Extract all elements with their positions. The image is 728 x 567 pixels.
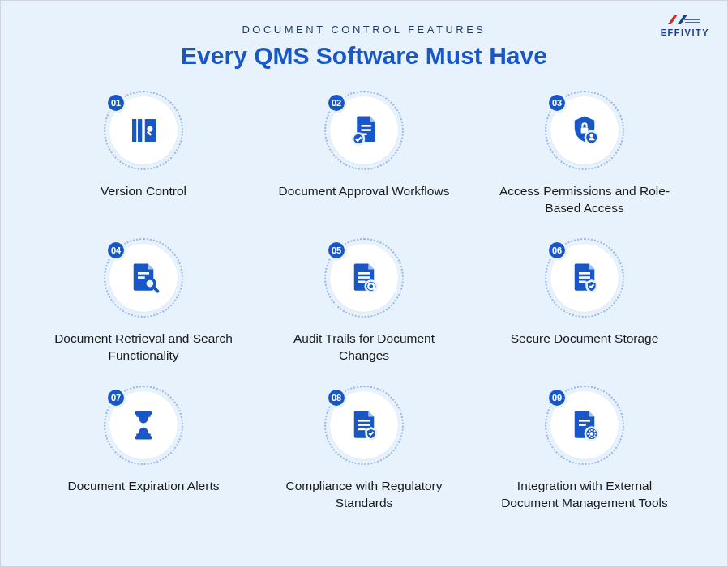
feature-icon-wrap: 04 bbox=[104, 238, 183, 318]
brand-name: EFFIVITY bbox=[661, 28, 709, 37]
svg-rect-25 bbox=[579, 424, 586, 426]
svg-rect-22 bbox=[358, 424, 370, 426]
feature-icon-wrap: 03 bbox=[545, 91, 624, 170]
feature-card: 08 Compliance with Regulatory Standards bbox=[263, 386, 465, 512]
feature-card: 03 Access Permissions and Role-Based Acc… bbox=[484, 91, 685, 217]
feature-label: Document Retrieval and Search Functional… bbox=[50, 330, 237, 364]
document-search-icon bbox=[126, 261, 161, 295]
feature-number-badge: 08 bbox=[326, 387, 347, 408]
feature-label: Document Expiration Alerts bbox=[68, 478, 220, 495]
svg-point-7 bbox=[589, 134, 593, 138]
svg-point-27 bbox=[589, 432, 593, 436]
access-permissions-icon bbox=[567, 113, 602, 147]
page-title: Every QMS Software Must Have bbox=[1, 42, 727, 70]
feature-label: Audit Trails for Document Changes bbox=[271, 330, 457, 364]
feature-label: Secure Document Storage bbox=[511, 330, 659, 347]
svg-rect-2 bbox=[362, 129, 371, 131]
expiration-alerts-icon bbox=[126, 408, 161, 442]
audit-trails-icon bbox=[347, 261, 381, 295]
feature-number-badge: 07 bbox=[105, 387, 126, 408]
compliance-icon bbox=[347, 408, 381, 442]
svg-rect-1 bbox=[362, 125, 371, 127]
feature-icon-wrap: 09 bbox=[545, 386, 624, 465]
feature-icon-wrap: 07 bbox=[104, 386, 183, 465]
feature-icon-wrap: 02 bbox=[324, 91, 404, 170]
logo-mark bbox=[666, 12, 704, 27]
page-header: DOCUMENT CONTROL FEATURES Every QMS Soft… bbox=[1, 1, 727, 70]
svg-rect-20 bbox=[135, 436, 152, 439]
brand-logo: EFFIVITY bbox=[661, 12, 709, 37]
svg-rect-24 bbox=[579, 420, 590, 422]
svg-rect-9 bbox=[138, 276, 145, 279]
secure-storage-icon bbox=[567, 261, 602, 295]
feature-card: 06 Secure Document Storage bbox=[484, 238, 685, 364]
integration-icon bbox=[567, 408, 602, 442]
svg-rect-12 bbox=[358, 276, 370, 279]
feature-card: 09 Integration with External Document Ma… bbox=[484, 386, 685, 512]
feature-icon-wrap: 05 bbox=[324, 238, 404, 318]
version-control-icon bbox=[126, 113, 161, 147]
feature-number-badge: 05 bbox=[326, 240, 347, 261]
svg-point-0 bbox=[148, 128, 152, 131]
feature-card: 01 Version Control bbox=[43, 91, 244, 217]
feature-icon-wrap: 06 bbox=[545, 238, 624, 318]
svg-rect-21 bbox=[358, 420, 370, 422]
overline: DOCUMENT CONTROL FEATURES bbox=[1, 23, 727, 36]
document-approval-icon bbox=[347, 113, 381, 147]
feature-number-badge: 04 bbox=[105, 240, 126, 261]
feature-card: 04 Document Retrieval and Search Functio… bbox=[43, 238, 244, 364]
svg-rect-16 bbox=[579, 272, 590, 275]
feature-card: 07 Document Expiration Alerts bbox=[43, 386, 244, 512]
feature-number-badge: 09 bbox=[546, 387, 567, 408]
svg-rect-18 bbox=[579, 280, 586, 283]
feature-number-badge: 06 bbox=[546, 240, 567, 261]
feature-icon-wrap: 08 bbox=[324, 386, 404, 465]
feature-number-badge: 02 bbox=[326, 92, 347, 113]
feature-label: Version Control bbox=[101, 183, 186, 200]
feature-card: 02 Document Approval Workflows bbox=[263, 91, 465, 217]
features-grid: 01 Version Control 02 Document Approval … bbox=[1, 70, 727, 528]
feature-label: Compliance with Regulatory Standards bbox=[271, 478, 457, 512]
feature-number-badge: 03 bbox=[546, 92, 567, 113]
svg-rect-11 bbox=[358, 272, 370, 275]
feature-label: Access Permissions and Role-Based Access bbox=[491, 183, 678, 217]
feature-label: Integration with External Document Manag… bbox=[491, 478, 678, 512]
feature-label: Document Approval Workflows bbox=[279, 183, 450, 200]
feature-icon-wrap: 01 bbox=[104, 91, 183, 170]
svg-rect-13 bbox=[358, 280, 366, 283]
svg-rect-23 bbox=[358, 428, 366, 430]
feature-card: 05 Audit Trails for Document Changes bbox=[263, 238, 465, 364]
svg-rect-8 bbox=[138, 272, 149, 275]
svg-rect-19 bbox=[135, 411, 152, 414]
svg-rect-17 bbox=[579, 276, 590, 279]
feature-number-badge: 01 bbox=[105, 92, 126, 113]
